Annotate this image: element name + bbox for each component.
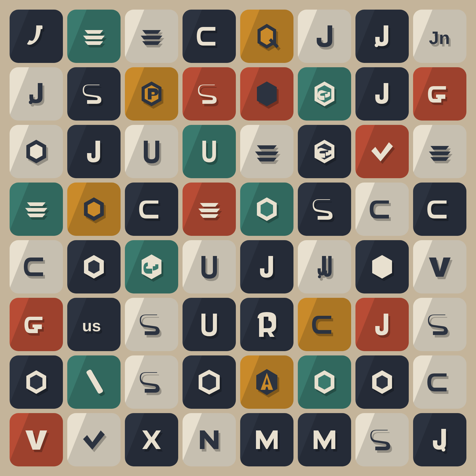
tile-19[interactable] <box>125 125 178 178</box>
tile-5[interactable] <box>240 10 293 63</box>
tile-40[interactable] <box>413 240 466 293</box>
svg-rect-28 <box>86 369 104 394</box>
tile-18[interactable] <box>67 125 121 178</box>
tile-63[interactable] <box>355 413 409 466</box>
tile-51[interactable] <box>125 355 178 409</box>
tile-1[interactable] <box>10 10 63 63</box>
tile-38[interactable] <box>298 240 351 293</box>
tile-48[interactable] <box>413 298 466 351</box>
tile-35[interactable] <box>125 240 178 293</box>
tile-59[interactable] <box>125 413 178 466</box>
tile-47[interactable] <box>355 298 409 351</box>
tile-11[interactable] <box>125 67 178 121</box>
tile-29[interactable] <box>240 183 293 236</box>
tile-14[interactable] <box>298 67 351 121</box>
tile-56[interactable] <box>413 355 466 409</box>
tile-8[interactable]: Jn <box>413 10 466 63</box>
tile-58[interactable] <box>67 413 121 466</box>
tile-20[interactable] <box>183 125 236 178</box>
tile-57[interactable] <box>10 413 63 466</box>
tile-50[interactable] <box>67 355 121 409</box>
tile-53[interactable] <box>240 355 293 409</box>
svg-text:us: us <box>82 317 101 335</box>
tile-41[interactable] <box>10 298 63 351</box>
tile-28[interactable] <box>183 183 236 236</box>
tile-3[interactable] <box>125 10 178 63</box>
tile-27[interactable] <box>125 183 178 236</box>
tile-15[interactable] <box>355 67 409 121</box>
tile-45[interactable] <box>240 298 293 351</box>
icon-grid: Jn <box>3 3 473 473</box>
tile-52[interactable] <box>183 355 236 409</box>
tile-55[interactable] <box>355 355 409 409</box>
tile-64[interactable] <box>413 413 466 466</box>
tile-49[interactable] <box>10 355 63 409</box>
tile-13[interactable] <box>240 67 293 121</box>
svg-marker-9 <box>257 82 277 106</box>
tile-25[interactable] <box>10 183 63 236</box>
tile-46[interactable] <box>298 298 351 351</box>
svg-marker-24 <box>372 255 392 279</box>
tile-16[interactable] <box>413 67 466 121</box>
svg-point-4 <box>375 43 378 47</box>
tile-9[interactable] <box>10 67 63 121</box>
tile-39[interactable] <box>355 240 409 293</box>
tile-36[interactable] <box>183 240 236 293</box>
svg-point-36 <box>442 448 445 452</box>
tile-10[interactable] <box>67 67 121 121</box>
tile-22[interactable] <box>298 125 351 178</box>
tile-30[interactable] <box>298 183 351 236</box>
tile-43[interactable] <box>125 298 178 351</box>
tile-4[interactable] <box>183 10 236 63</box>
tile-24[interactable] <box>413 125 466 178</box>
tile-31[interactable] <box>355 183 409 236</box>
tile-54[interactable] <box>298 355 351 409</box>
tile-60[interactable] <box>183 413 236 466</box>
tile-33[interactable] <box>10 240 63 293</box>
tile-7[interactable] <box>355 10 409 63</box>
tile-2[interactable] <box>67 10 121 63</box>
tile-37[interactable] <box>240 240 293 293</box>
tile-6[interactable] <box>298 10 351 63</box>
tile-12[interactable] <box>183 67 236 121</box>
tile-61[interactable] <box>240 413 293 466</box>
svg-point-23 <box>318 275 321 278</box>
tile-17[interactable] <box>10 125 63 178</box>
tile-34[interactable] <box>67 240 121 293</box>
svg-marker-30 <box>202 374 216 390</box>
svg-rect-0 <box>36 25 42 29</box>
tile-26[interactable] <box>67 183 121 236</box>
tile-21[interactable] <box>240 125 293 178</box>
svg-point-6 <box>29 100 33 104</box>
svg-text:Jn: Jn <box>429 28 450 48</box>
tile-23[interactable] <box>355 125 409 178</box>
tile-62[interactable] <box>298 413 351 466</box>
tile-44[interactable] <box>183 298 236 351</box>
tile-32[interactable] <box>413 183 466 236</box>
tile-42[interactable]: us <box>67 298 121 351</box>
